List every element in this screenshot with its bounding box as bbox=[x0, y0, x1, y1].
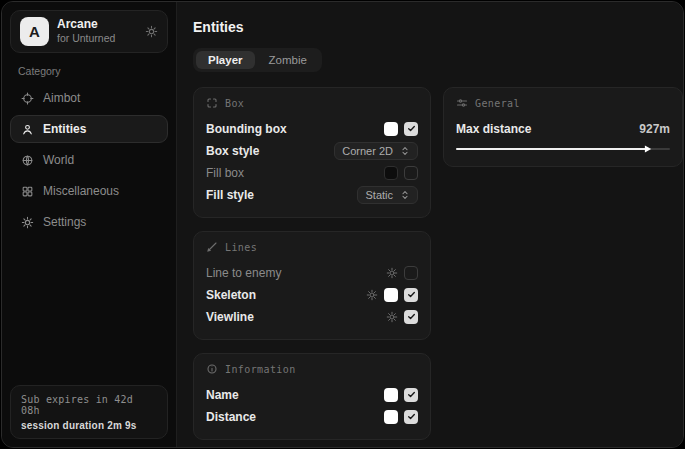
sidebar-item-miscellaneous[interactable]: Miscellaneous bbox=[10, 177, 168, 205]
color-swatch[interactable] bbox=[384, 410, 398, 424]
distance-checkbox[interactable] bbox=[404, 410, 418, 424]
section-title: Box bbox=[225, 98, 244, 109]
select-value: Static bbox=[365, 189, 393, 201]
crosshair-icon bbox=[21, 92, 34, 105]
gear-icon[interactable] bbox=[366, 289, 378, 301]
gear-icon[interactable] bbox=[386, 311, 398, 323]
fill-box-checkbox[interactable] bbox=[404, 166, 418, 180]
viewline-checkbox[interactable] bbox=[404, 310, 418, 324]
viewline-row: Viewline bbox=[206, 306, 418, 327]
color-swatch[interactable] bbox=[384, 122, 398, 136]
row-label: Bounding box bbox=[206, 122, 287, 136]
app-logo: A bbox=[20, 17, 49, 46]
distance-row: Distance bbox=[206, 406, 418, 427]
entity-tabs: Player Zombie bbox=[193, 48, 322, 72]
sub-expiry-text: Sub expires in 42d 08h bbox=[21, 394, 157, 416]
sidebar-item-label: Aimbot bbox=[43, 91, 80, 105]
page-title: Entities bbox=[193, 19, 683, 35]
section-title: General bbox=[475, 98, 520, 109]
section-title: Lines bbox=[225, 242, 257, 253]
gear-icon bbox=[21, 216, 34, 229]
row-label: Line to enemy bbox=[206, 266, 281, 280]
info-badge-icon bbox=[206, 363, 218, 375]
tab-player[interactable]: Player bbox=[196, 51, 255, 69]
box-style-row: Box style Corner 2D bbox=[206, 140, 418, 161]
sidebar-item-label: World bbox=[43, 153, 74, 167]
section-title: Information bbox=[225, 364, 296, 375]
color-swatch[interactable] bbox=[384, 388, 398, 402]
row-label: Max distance bbox=[456, 122, 531, 136]
main-panel: Entities Player Zombie Box Bounding box bbox=[177, 2, 684, 447]
tab-zombie[interactable]: Zombie bbox=[257, 51, 319, 69]
brand-card: A Arcane for Unturned bbox=[10, 10, 168, 53]
line-to-enemy-checkbox[interactable] bbox=[404, 266, 418, 280]
color-swatch[interactable] bbox=[384, 166, 398, 180]
color-swatch[interactable] bbox=[384, 288, 398, 302]
app-subtitle: for Unturned bbox=[57, 32, 115, 45]
row-label: Box style bbox=[206, 144, 259, 158]
general-section: General Max distance 927m bbox=[443, 87, 683, 167]
app-window: A Arcane for Unturned Category Aimbot En… bbox=[1, 1, 684, 448]
row-label: Viewline bbox=[206, 310, 254, 324]
max-distance-row: Max distance 927m bbox=[456, 118, 670, 139]
select-value: Corner 2D bbox=[342, 145, 393, 157]
subscription-status: Sub expires in 42d 08h session duration … bbox=[10, 385, 168, 439]
row-label: Name bbox=[206, 388, 239, 402]
chevrons-up-down-icon bbox=[400, 146, 410, 156]
max-distance-slider[interactable] bbox=[456, 144, 670, 154]
row-label: Fill style bbox=[206, 188, 254, 202]
sidebar-item-aimbot[interactable]: Aimbot bbox=[10, 84, 168, 112]
fill-box-row: Fill box bbox=[206, 162, 418, 183]
line-to-enemy-row: Line to enemy bbox=[206, 262, 418, 283]
row-label: Distance bbox=[206, 410, 256, 424]
gear-icon[interactable] bbox=[386, 267, 398, 279]
fill-style-select[interactable]: Static bbox=[357, 186, 418, 204]
gear-icon[interactable] bbox=[145, 25, 158, 38]
sidebar-item-label: Settings bbox=[43, 215, 86, 229]
skeleton-checkbox[interactable] bbox=[404, 288, 418, 302]
row-label: Fill box bbox=[206, 166, 244, 180]
sliders-icon bbox=[456, 97, 468, 109]
chevrons-up-down-icon bbox=[400, 190, 410, 200]
category-label: Category bbox=[18, 65, 160, 77]
lines-section: Lines Line to enemy Skeleton bbox=[193, 231, 431, 340]
sidebar-item-label: Miscellaneous bbox=[43, 184, 119, 198]
box-section: Box Bounding box Box style bbox=[193, 87, 431, 218]
slider-thumb[interactable] bbox=[644, 145, 653, 154]
scan-corners-icon bbox=[206, 97, 218, 109]
max-distance-value: 927m bbox=[639, 122, 670, 136]
sidebar-item-world[interactable]: World bbox=[10, 146, 168, 174]
person-icon bbox=[21, 123, 34, 136]
name-row: Name bbox=[206, 384, 418, 405]
app-title: Arcane bbox=[57, 17, 115, 32]
session-duration-text: session duration 2m 9s bbox=[21, 420, 157, 431]
box-style-select[interactable]: Corner 2D bbox=[334, 142, 418, 160]
fill-style-row: Fill style Static bbox=[206, 184, 418, 205]
skeleton-row: Skeleton bbox=[206, 284, 418, 305]
grid-icon bbox=[21, 185, 34, 198]
row-label: Skeleton bbox=[206, 288, 256, 302]
sidebar-item-settings[interactable]: Settings bbox=[10, 208, 168, 236]
pencil-line-icon bbox=[206, 241, 218, 253]
bounding-box-checkbox[interactable] bbox=[404, 122, 418, 136]
name-checkbox[interactable] bbox=[404, 388, 418, 402]
bounding-box-row: Bounding box bbox=[206, 118, 418, 139]
slider-fill bbox=[456, 148, 649, 150]
information-section: Information Name Distance bbox=[193, 353, 431, 440]
sidebar-item-label: Entities bbox=[43, 122, 86, 136]
sidebar: A Arcane for Unturned Category Aimbot En… bbox=[2, 2, 177, 447]
globe-icon bbox=[21, 154, 34, 167]
sidebar-item-entities[interactable]: Entities bbox=[10, 115, 168, 143]
